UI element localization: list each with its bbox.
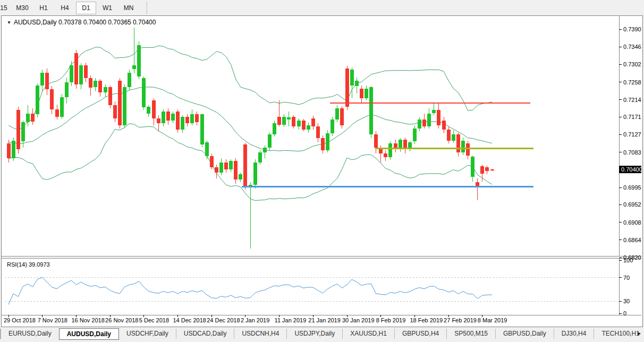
candle <box>70 61 73 86</box>
rsi-line <box>9 277 492 304</box>
candle <box>374 131 378 153</box>
pane-splitter[interactable] <box>2 256 641 258</box>
candle <box>316 123 320 142</box>
candle <box>388 141 392 160</box>
candle <box>258 150 262 165</box>
date-axis-label: 8 Mar 2019 <box>478 317 507 323</box>
timeframe-button-mn[interactable]: MN <box>118 2 139 14</box>
candle <box>16 107 20 153</box>
chart-tab-gbpusd-daily[interactable]: GBPUSD,Daily <box>495 329 554 339</box>
chart-tab-usdjpy-daily[interactable]: USDJPY,Daily <box>286 329 342 339</box>
candle <box>249 182 252 249</box>
candle <box>234 158 238 184</box>
candle <box>195 112 199 125</box>
candle <box>74 50 78 89</box>
candle <box>239 173 242 182</box>
chart-window[interactable]: ▼AUDUSD,Daily 0.70378 0.70400 0.70365 0.… <box>1 15 643 327</box>
chart-tab-gbpusd-h4[interactable]: GBPUSD,H4 <box>394 329 446 339</box>
timeframe-button-m30[interactable]: M30 <box>12 2 32 14</box>
date-axis-label: 2 Jan 2019 <box>241 317 269 323</box>
candle <box>162 109 165 126</box>
candle <box>282 114 286 127</box>
candle <box>137 41 141 80</box>
chart-canvas[interactable]: 0.739000.734600.730200.725800.721400.717… <box>2 16 641 326</box>
candle <box>432 104 436 115</box>
candle <box>302 119 306 131</box>
date-axis-label: 8 Feb 2019 <box>376 317 406 323</box>
date-axis-label: 7 Nov 2018 <box>38 317 67 323</box>
chart-title-text: AUDUSD,Daily 0.70378 0.70400 0.70365 0.7… <box>14 19 156 26</box>
candle <box>418 117 421 131</box>
candle <box>461 138 465 155</box>
candle <box>31 108 35 124</box>
candle <box>422 114 426 129</box>
price-axis-label: 0.73020 <box>623 61 641 67</box>
price-axis-label: 0.73900 <box>623 26 641 32</box>
candle <box>104 84 107 97</box>
candle <box>345 66 349 110</box>
price-axis-label: 0.71710 <box>623 114 641 120</box>
rsi-indicator-label: RSI(14) 39.0973 <box>7 261 50 268</box>
chart-tab-sp500-m15[interactable]: SP500,M15 <box>446 329 495 339</box>
timeframe-button-d1[interactable]: D1 <box>76 2 96 14</box>
candle <box>321 135 325 153</box>
date-axis-label: 18 Feb 2019 <box>410 317 443 323</box>
candle <box>456 133 460 157</box>
chart-tab-usdcad-daily[interactable]: USDCAD,Daily <box>176 329 234 339</box>
chart-tab-usdchf-daily[interactable]: USDCHF,Daily <box>119 329 176 339</box>
chart-tab-dj30-h4[interactable]: DJ30,H4 <box>554 329 594 339</box>
timeframe-button-m15[interactable]: M15 <box>0 2 11 14</box>
chart-tab-audusd-daily[interactable]: AUDUSD,Daily <box>59 328 119 340</box>
price-axis-label: 0.72580 <box>623 79 641 85</box>
price-axis-label: 0.69080 <box>623 219 641 226</box>
date-axis-label: 27 Feb 2019 <box>444 317 477 323</box>
candle <box>142 76 146 110</box>
candle <box>360 85 363 104</box>
chart-tab-xauusd-h1[interactable]: XAUUSD,H1 <box>342 329 394 339</box>
candle <box>50 86 54 114</box>
candle <box>118 78 122 129</box>
candle <box>171 112 175 124</box>
timeframe-button-h4[interactable]: H4 <box>55 2 75 14</box>
candle <box>365 85 368 101</box>
candle <box>437 104 440 129</box>
candle <box>490 169 494 171</box>
candle <box>268 133 272 150</box>
timeframe-button-w1[interactable]: W1 <box>97 2 117 14</box>
candle <box>157 115 160 131</box>
candle <box>132 28 136 73</box>
candle <box>210 153 214 169</box>
candle <box>185 114 189 126</box>
candle <box>79 63 83 89</box>
candle <box>408 141 412 151</box>
candle <box>243 143 247 190</box>
candle <box>485 166 489 175</box>
candle <box>12 138 15 161</box>
candle <box>113 101 117 122</box>
candle <box>476 178 479 201</box>
candle <box>190 109 194 125</box>
chart-tab-usdcnh-h4[interactable]: USDCNH,H4 <box>234 329 286 339</box>
chart-tab-eurusd-daily[interactable]: EURUSD,Daily <box>1 329 59 339</box>
candle <box>224 159 228 173</box>
tab-scroll-right-icon[interactable]: ► <box>637 330 642 336</box>
candle <box>45 69 49 95</box>
date-axis-label: 16 Nov 2018 <box>71 317 104 323</box>
candle <box>399 138 402 152</box>
rsi-axis-label: 100 <box>623 257 633 263</box>
timeframe-button-h1[interactable]: H1 <box>33 2 54 14</box>
date-axis-label: 11 Jan 2019 <box>275 317 307 323</box>
date-axis-label: 26 Nov 2018 <box>105 317 138 323</box>
candle <box>205 141 209 159</box>
candle <box>335 105 339 122</box>
date-axis-label: 24 Dec 2018 <box>207 317 240 323</box>
symbol-dropdown-icon[interactable]: ▼ <box>7 20 11 25</box>
price-axis-label: 0.68640 <box>623 237 641 243</box>
candle <box>166 108 170 124</box>
chart-title: ▼AUDUSD,Daily 0.70378 0.70400 0.70365 0.… <box>7 19 156 26</box>
candle <box>7 140 11 163</box>
toolbar-separator <box>147 2 148 14</box>
tab-scroll-left-icon[interactable]: ◄ <box>626 331 631 336</box>
candle <box>147 105 150 116</box>
candle <box>297 118 301 130</box>
